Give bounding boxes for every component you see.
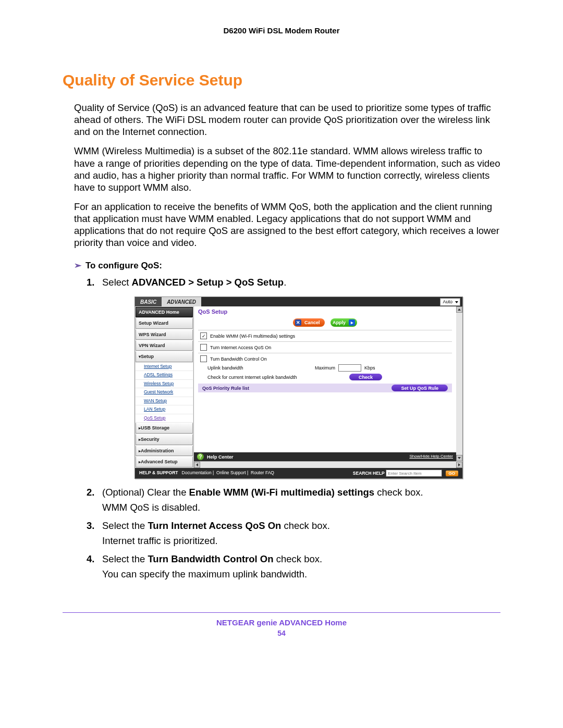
sidebar-setup-wizard[interactable]: Setup Wizard — [136, 318, 193, 328]
uplink-bw-input[interactable] — [338, 364, 361, 372]
step-2: 2. (Optional) Clear the Enable WMM (Wi-F… — [87, 486, 500, 514]
bandwidth-checkbox[interactable] — [200, 355, 207, 362]
tab-bar: BASIC ADVANCED Auto — [135, 297, 462, 306]
intro-para-2: WMM (Wireless Multimedia) is a subset of… — [63, 145, 500, 193]
step-text: (Optional) Clear the Enable WMM (Wi-Fi m… — [102, 487, 423, 498]
sidebar-sub-adsl[interactable]: ADSL Settings — [136, 371, 193, 379]
sidebar-vpn-wizard[interactable]: VPN Wizard — [136, 340, 193, 351]
step-text: Select the Turn Internet Access QoS On c… — [102, 520, 330, 531]
sidebar-sub-lan[interactable]: LAN Setup — [136, 405, 193, 413]
enable-wmm-label: Enable WMM (Wi-Fi multimedia) settings — [210, 333, 295, 339]
step-note: You can specify the maximum uplink bandw… — [102, 568, 500, 581]
internet-qos-checkbox[interactable] — [200, 344, 207, 351]
step-num: 1. — [87, 276, 94, 289]
step-num: 2. — [87, 486, 94, 499]
router-ui-screenshot: BASIC ADVANCED Auto ADVANCED Home Setup … — [134, 297, 463, 479]
setup-qos-rule-button[interactable]: Set Up QoS Rule — [391, 385, 448, 391]
footer-title: NETGEAR genie ADVANCED Home — [63, 618, 500, 627]
sidebar-setup[interactable]: Setup — [136, 351, 193, 362]
sidebar-sub-guest[interactable]: Guest Network — [136, 388, 193, 396]
product-title: D6200 WiFi DSL Modem Router — [63, 26, 500, 35]
intro-para-3: For an application to receive the benefi… — [63, 201, 500, 249]
go-button[interactable]: GO — [446, 471, 458, 476]
tab-basic[interactable]: BASIC — [135, 297, 162, 306]
enable-wmm-checkbox[interactable]: ✓ — [200, 332, 207, 339]
sidebar-sub-qos[interactable]: QoS Setup — [136, 414, 193, 422]
step-num: 4. — [87, 553, 94, 566]
sidebar-advanced-home[interactable]: ADVANCED Home — [136, 307, 193, 317]
sidebar-sub-wireless[interactable]: Wireless Setup — [136, 380, 193, 388]
apply-button[interactable]: Apply▸ — [331, 318, 357, 327]
maximum-label: Maximum — [315, 365, 335, 371]
tab-advanced[interactable]: ADVANCED — [162, 297, 201, 306]
check-button[interactable]: Check — [349, 374, 382, 380]
step-3: 3. Select the Turn Internet Access QoS O… — [87, 520, 500, 548]
divider — [198, 341, 452, 342]
search-help-label: SEARCH HELP — [353, 471, 385, 476]
sidebar-sub-internet[interactable]: Internet Setup — [136, 363, 193, 371]
help-support-label: HELP & SUPPORT — [139, 470, 178, 475]
procedure-heading-text: To configure QoS: — [85, 261, 162, 270]
arrow-icon: ➢ — [74, 261, 81, 270]
scrollbar-up-icon[interactable] — [456, 306, 462, 313]
doc-link[interactable]: Documentation — [182, 470, 212, 475]
internet-qos-label: Turn Internet Access QoS On — [210, 344, 271, 351]
step-1: 1. Select ADVANCED > Setup > QoS Setup. … — [87, 276, 500, 479]
step-text: Select the Turn Bandwidth Control On che… — [102, 553, 322, 564]
auto-dropdown[interactable]: Auto — [440, 298, 460, 306]
step-note: Internet traffic is prioritized. — [102, 535, 500, 548]
step-num: 3. — [87, 520, 94, 533]
section-heading: Quality of Service Setup — [63, 71, 500, 89]
step-text: Select ADVANCED > Setup > QoS Setup. — [102, 277, 286, 288]
sidebar-admin[interactable]: Administration — [136, 446, 193, 456]
divider — [198, 330, 452, 330]
procedure-heading: ➢To configure QoS: — [63, 260, 500, 271]
priority-rule-heading: QoS Priority Rule list — [202, 385, 249, 391]
arrow-right-icon: ▸ — [349, 319, 355, 326]
step-4: 4. Select the Turn Bandwidth Control On … — [87, 553, 500, 581]
help-center-bar: ?Help Center Show/Hide Help Center — [194, 452, 456, 461]
footer-bar: HELP & SUPPORT Documentation | Online Su… — [135, 468, 462, 478]
cancel-button[interactable]: ✕Cancel — [293, 318, 325, 327]
sidebar: ADVANCED Home Setup Wizard WPS Wizard VP… — [135, 306, 194, 468]
sidebar-usb[interactable]: USB Storage — [136, 423, 193, 434]
step-note: WMM QoS is disabled. — [102, 501, 500, 514]
bandwidth-label: Turn Bandwidth Control On — [210, 356, 267, 362]
kbps-label: Kbps — [364, 365, 375, 371]
sidebar-sub-wan[interactable]: WAN Setup — [136, 397, 193, 405]
intro-para-1: Quality of Service (QoS) is an advanced … — [63, 102, 500, 138]
check-uplink-label: Check for current Internet uplink bandwi… — [207, 374, 312, 380]
sidebar-security[interactable]: Security — [136, 434, 193, 445]
divider — [198, 353, 452, 353]
router-faq-link[interactable]: Router FAQ — [251, 470, 274, 475]
close-icon: ✕ — [295, 319, 301, 326]
horizontal-scrollbar[interactable] — [194, 461, 456, 468]
search-help-input[interactable] — [386, 470, 442, 477]
help-icon: ? — [197, 453, 204, 460]
panel-title: QoS Setup — [194, 306, 456, 317]
main-panel: QoS Setup ✕Cancel Apply▸ ✓ Enable WMM (W… — [194, 306, 462, 468]
scrollbar-left-icon[interactable] — [194, 462, 200, 468]
show-hide-help-link[interactable]: Show/Hide Help Center — [409, 454, 453, 460]
scrollbar-right-icon[interactable] — [456, 462, 462, 468]
scrollbar-down-icon[interactable] — [456, 455, 462, 461]
sidebar-wps-wizard[interactable]: WPS Wizard — [136, 329, 193, 340]
sidebar-advanced-setup[interactable]: Advanced Setup — [136, 456, 193, 467]
help-center-label: Help Center — [207, 454, 234, 460]
footer-rule — [63, 612, 500, 613]
uplink-bw-label: Uplink bandwidth — [207, 365, 312, 371]
online-support-link[interactable]: Online Support — [216, 470, 246, 475]
page-number: 54 — [63, 629, 500, 637]
